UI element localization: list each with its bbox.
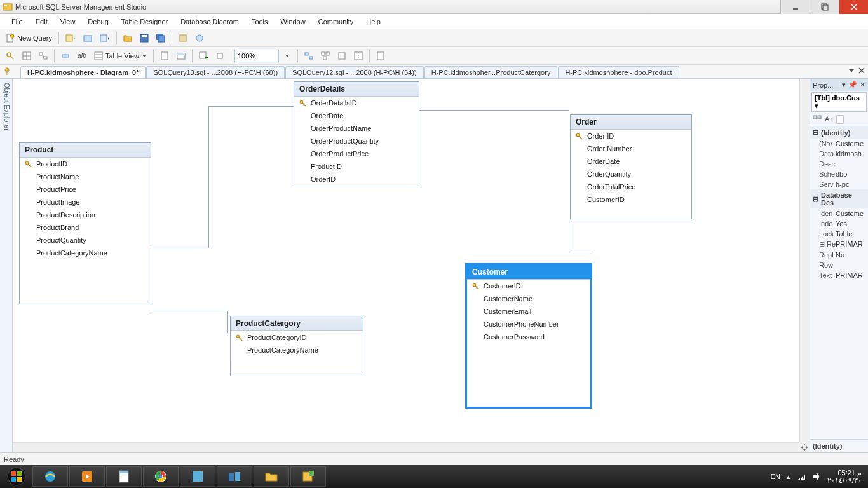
save-all-button[interactable] — [153, 31, 168, 45]
pan-control[interactable] — [799, 442, 810, 452]
table-customer[interactable]: Customer CustomerID CustomerName Custome… — [465, 263, 592, 409]
save-button[interactable] — [137, 31, 152, 45]
taskbar-ie[interactable] — [32, 466, 68, 487]
svg-rect-11 — [100, 35, 107, 41]
table-order[interactable]: Order OrderIID OrderINumber OrderDate Or… — [570, 114, 692, 219]
analysis-button[interactable] — [80, 31, 95, 45]
close-icon[interactable]: ✕ — [860, 81, 865, 89]
menu-community[interactable]: Community — [312, 16, 360, 27]
tray-arrow-icon[interactable]: ▴ — [787, 473, 790, 481]
activity-button[interactable] — [175, 31, 191, 45]
zoom-dropdown[interactable] — [280, 49, 294, 63]
vertical-scrollbar[interactable] — [799, 79, 810, 442]
script-button[interactable] — [157, 49, 172, 63]
svg-rect-23 — [39, 53, 43, 55]
taskbar-media[interactable] — [69, 466, 105, 487]
tab-productcategory[interactable]: H-PC.kidmoshpher...ProductCatergory — [424, 66, 558, 78]
pin-icon[interactable]: 📌 — [848, 81, 857, 89]
diagram-toolbar: aIb Table View + 100% — [0, 47, 868, 65]
registered-button[interactable] — [192, 31, 207, 45]
open-button[interactable] — [120, 31, 135, 45]
chevron-down-icon[interactable]: ▾ — [842, 81, 846, 89]
svg-line-50 — [28, 164, 31, 167]
pagebreak-button[interactable] — [351, 49, 366, 63]
key-button[interactable] — [3, 49, 18, 63]
table-view-dropdown[interactable]: Table View — [91, 49, 150, 63]
size-button[interactable] — [58, 49, 73, 63]
status-bar: Ready — [0, 452, 868, 465]
tab-diagram[interactable]: H-PC.kidmoshphere - Diagram_0* — [20, 66, 146, 78]
svg-line-52 — [302, 103, 306, 106]
horizontal-scrollbar[interactable] — [13, 442, 799, 452]
view-pagebreaks-button[interactable] — [373, 49, 388, 63]
arrange-button[interactable] — [318, 49, 333, 63]
taskbar-app1[interactable] — [180, 466, 215, 487]
menu-window[interactable]: Window — [275, 16, 312, 27]
recalc-button[interactable] — [301, 49, 316, 63]
minimize-button[interactable] — [780, 0, 810, 14]
tray-volume-icon[interactable] — [812, 472, 821, 481]
window-titlebar: Microsoft SQL Server Management Studio — [0, 0, 868, 14]
relationship-button[interactable] — [36, 49, 51, 63]
alb-button[interactable]: aIb — [74, 49, 90, 63]
tab-product[interactable]: H-PC.kidmoshphere - dbo.Product — [558, 66, 679, 78]
pin-icon[interactable] — [3, 67, 11, 76]
main-area: Object Explorer Product ProductID Produc… — [0, 79, 868, 452]
tray-network-icon[interactable] — [797, 472, 806, 481]
svg-line-19 — [10, 56, 13, 59]
table-order-title: Order — [571, 115, 691, 130]
menu-help[interactable]: Help — [360, 16, 387, 27]
pages-icon[interactable] — [836, 115, 844, 124]
category-identity[interactable]: ⊟ (Identity) — [810, 126, 868, 139]
active-files-dropdown[interactable] — [848, 67, 855, 74]
menu-file[interactable]: File — [5, 16, 29, 27]
add-table-button[interactable]: + — [196, 49, 211, 63]
taskbar-chrome[interactable] — [143, 466, 179, 487]
object-explorer-tab[interactable]: Object Explorer — [0, 79, 13, 452]
maximize-button[interactable] — [810, 0, 839, 14]
menu-tools[interactable]: Tools — [245, 16, 275, 27]
tab-sql12[interactable]: SQLQuery12.sql - ...2008 (H-PC\H (54)) — [285, 66, 424, 78]
db-dropdown-button[interactable] — [62, 31, 79, 45]
key-icon — [234, 334, 243, 341]
diagram-canvas[interactable]: Product ProductID ProductName ProductPri… — [13, 79, 810, 452]
table-product[interactable]: Product ProductID ProductName ProductPri… — [19, 142, 151, 304]
svg-rect-0 — [3, 4, 12, 10]
svg-rect-75 — [193, 471, 203, 482]
tray-clock[interactable]: 05:21 م ٢٠١٤/٠٩/٣٠ — [827, 469, 862, 484]
autosize-button[interactable] — [334, 49, 349, 63]
menu-database-diagram[interactable]: Database Diagram — [174, 16, 245, 27]
table-productcategory[interactable]: ProductCatergory ProductCategoryID Produ… — [230, 316, 363, 376]
close-button[interactable] — [839, 0, 868, 14]
menu-debug[interactable]: Debug — [81, 16, 114, 27]
table-orderdetails[interactable]: OrderDetails OrderDetailsID OrderDate Or… — [294, 81, 419, 186]
taskbar-app2[interactable] — [217, 466, 252, 487]
app-icon — [3, 2, 13, 12]
add-related-button[interactable] — [212, 49, 227, 63]
taskbar-ssms[interactable] — [290, 466, 326, 487]
tray-lang[interactable]: EN — [771, 473, 780, 480]
properties-grid[interactable]: ⊟ (Identity) (NarCustome Datakidmosh Des… — [810, 126, 868, 439]
properties-header[interactable]: Prop... ▾ 📌 ✕ — [810, 79, 868, 91]
svg-rect-27 — [95, 52, 102, 60]
alphabetical-icon[interactable]: A↓ — [824, 115, 833, 124]
grid-button[interactable] — [19, 49, 34, 63]
zoom-combo[interactable]: 100% — [234, 50, 279, 62]
tab-sql13[interactable]: SQLQuery13.sql - ...2008 (H-PC\H (68)) — [146, 66, 285, 78]
new-query-button[interactable]: New Query — [3, 31, 55, 45]
menu-table-designer[interactable]: Table Designer — [115, 16, 174, 27]
taskbar-notepad[interactable] — [106, 466, 142, 487]
menu-view[interactable]: View — [54, 16, 82, 27]
close-document-button[interactable] — [858, 67, 865, 74]
category-database[interactable]: ⊟ Database Des — [810, 189, 868, 208]
menu-edit[interactable]: Edit — [29, 16, 54, 27]
start-button[interactable] — [1, 465, 32, 488]
table-customer-title: Customer — [467, 265, 590, 280]
categorized-icon[interactable] — [813, 115, 822, 124]
svg-rect-79 — [309, 471, 314, 476]
taskbar-explorer[interactable] — [254, 466, 289, 487]
dropdown2-button[interactable] — [97, 31, 113, 45]
new-table-button[interactable] — [173, 49, 189, 63]
properties-object-selector[interactable]: [Tbl] dbo.Cus ▾ — [811, 92, 867, 112]
svg-rect-4 — [823, 5, 828, 10]
